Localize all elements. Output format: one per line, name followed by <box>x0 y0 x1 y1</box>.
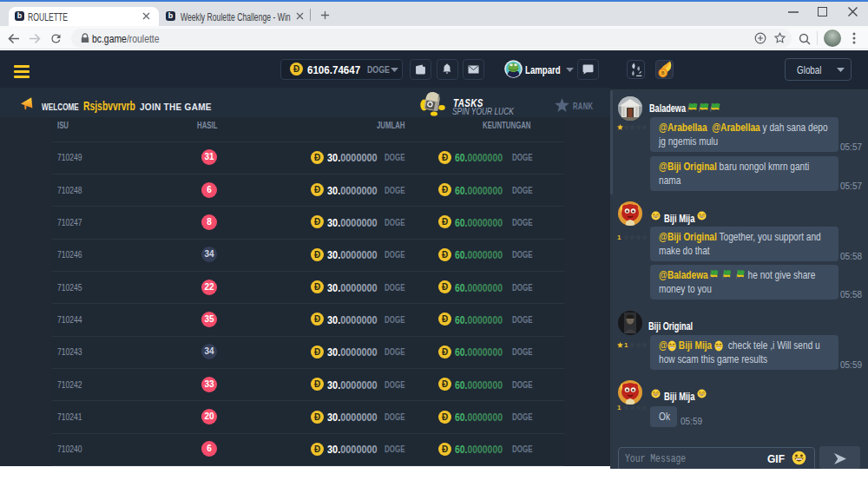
svg-text:B: B <box>661 70 665 76</box>
